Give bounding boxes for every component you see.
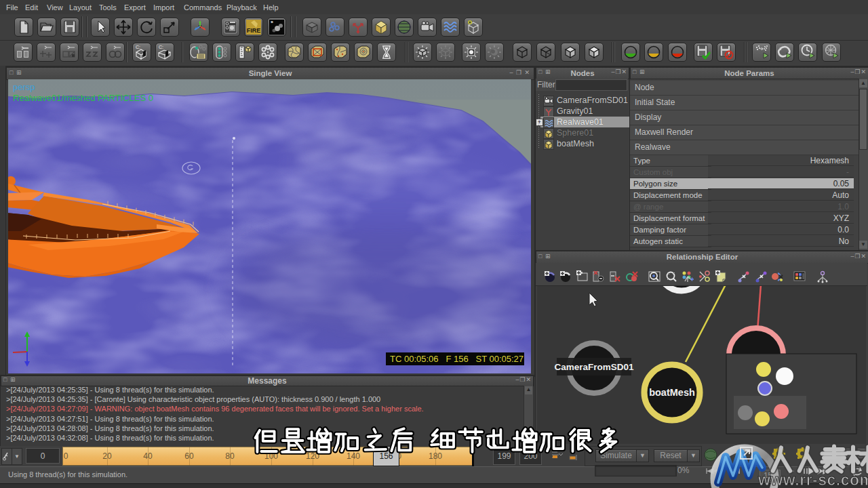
svg-text:www.rr-sc.com: www.rr-sc.com (757, 471, 868, 488)
